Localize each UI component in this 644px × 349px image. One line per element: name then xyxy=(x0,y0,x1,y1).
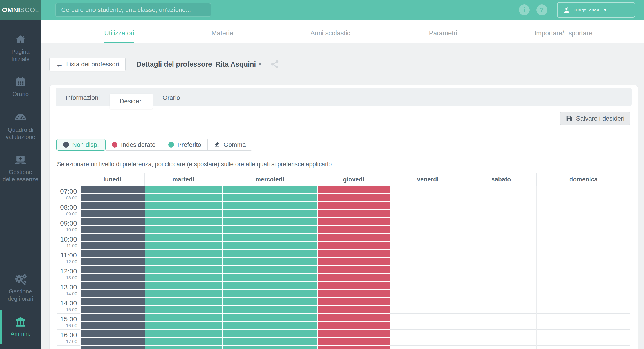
slot-cell[interactable] xyxy=(145,298,222,314)
slot-cell[interactable] xyxy=(390,250,466,266)
slot-cell[interactable] xyxy=(318,218,390,234)
tab-utilizzatori[interactable]: Utilizzatori xyxy=(104,20,134,43)
slot-cell[interactable] xyxy=(466,250,537,266)
slot-cell[interactable] xyxy=(318,346,390,349)
slot-cell[interactable] xyxy=(145,186,222,202)
slot-cell[interactable] xyxy=(390,218,466,234)
slot-cell[interactable] xyxy=(222,282,318,298)
slot-cell[interactable] xyxy=(537,298,630,314)
sidebar-item-pagina-iniziale[interactable]: Pagina Iniziale xyxy=(0,34,41,63)
slot-cell[interactable] xyxy=(537,234,630,250)
slot-cell[interactable] xyxy=(318,314,390,330)
slot-cell[interactable] xyxy=(318,234,390,250)
slot-cell[interactable] xyxy=(466,298,537,314)
slot-cell[interactable] xyxy=(466,234,537,250)
slot-cell[interactable] xyxy=(390,282,466,298)
slot-cell[interactable] xyxy=(390,186,466,202)
slot-cell[interactable] xyxy=(390,298,466,314)
slot-cell[interactable] xyxy=(537,218,630,234)
slot-cell[interactable] xyxy=(222,218,318,234)
slot-cell[interactable] xyxy=(390,314,466,330)
slot-cell[interactable] xyxy=(145,282,222,298)
slot-cell[interactable] xyxy=(390,346,466,349)
tab-importare-esportare[interactable]: Importare/Esportare xyxy=(534,20,592,43)
slot-cell[interactable] xyxy=(318,250,390,266)
slot-cell[interactable] xyxy=(80,186,145,202)
sidebar-item-ammin[interactable]: Ammin. xyxy=(0,310,41,344)
slot-cell[interactable] xyxy=(145,250,222,266)
info-icon[interactable]: i xyxy=(519,4,530,15)
slot-cell[interactable] xyxy=(80,250,145,266)
slot-cell[interactable] xyxy=(537,314,630,330)
user-menu-button[interactable]: Giuseppe Garibaldi ▾ xyxy=(557,2,635,17)
sidebar-item-gestione-delle-assenze[interactable]: Gestione delle assenze xyxy=(0,154,41,183)
slot-cell[interactable] xyxy=(466,202,537,218)
slot-cell[interactable] xyxy=(80,330,145,346)
sidebar-item-quadro-di-valutazione[interactable]: Quadro di valutazione xyxy=(0,112,41,141)
slot-cell[interactable] xyxy=(466,186,537,202)
slot-cell[interactable] xyxy=(80,218,145,234)
slot-cell[interactable] xyxy=(318,186,390,202)
slot-cell[interactable] xyxy=(222,330,318,346)
slot-cell[interactable] xyxy=(466,314,537,330)
tool-gomma-button[interactable]: Gomma xyxy=(208,139,252,151)
slot-cell[interactable] xyxy=(222,250,318,266)
slot-cell[interactable] xyxy=(466,266,537,282)
tab-desideri[interactable]: Desideri xyxy=(110,93,153,109)
tab-orario[interactable]: Orario xyxy=(152,88,190,106)
slot-cell[interactable] xyxy=(80,346,145,349)
slot-cell[interactable] xyxy=(537,282,630,298)
slot-cell[interactable] xyxy=(318,282,390,298)
slot-cell[interactable] xyxy=(80,314,145,330)
slot-cell[interactable] xyxy=(537,266,630,282)
save-wishes-button[interactable]: Salvare i desideri xyxy=(560,112,630,125)
slot-cell[interactable] xyxy=(80,234,145,250)
slot-cell[interactable] xyxy=(222,234,318,250)
slot-cell[interactable] xyxy=(466,282,537,298)
sidebar-item-orario[interactable]: Orario xyxy=(0,76,41,98)
back-to-professors-button[interactable]: ← Lista dei professori xyxy=(49,57,126,71)
slot-cell[interactable] xyxy=(466,346,537,349)
tool-indesiderato-button[interactable]: Indesiderato xyxy=(106,139,162,151)
sidebar-item-gestione-degli-orari[interactable]: Gestione degli orari xyxy=(0,274,41,303)
search-input[interactable] xyxy=(55,3,211,17)
slot-cell[interactable] xyxy=(222,314,318,330)
slot-cell[interactable] xyxy=(222,202,318,218)
slot-cell[interactable] xyxy=(318,202,390,218)
slot-cell[interactable] xyxy=(466,330,537,346)
slot-cell[interactable] xyxy=(145,266,222,282)
slot-cell[interactable] xyxy=(222,346,318,349)
slot-cell[interactable] xyxy=(80,266,145,282)
slot-cell[interactable] xyxy=(390,202,466,218)
slot-cell[interactable] xyxy=(318,298,390,314)
slot-cell[interactable] xyxy=(145,346,222,349)
tab-anni-scolastici[interactable]: Anni scolastici xyxy=(310,20,352,43)
slot-cell[interactable] xyxy=(80,202,145,218)
help-icon[interactable]: ? xyxy=(536,4,547,15)
slot-cell[interactable] xyxy=(390,266,466,282)
slot-cell[interactable] xyxy=(537,202,630,218)
slot-cell[interactable] xyxy=(318,266,390,282)
slot-cell[interactable] xyxy=(80,298,145,314)
slot-cell[interactable] xyxy=(537,186,630,202)
slot-cell[interactable] xyxy=(537,250,630,266)
slot-cell[interactable] xyxy=(222,266,318,282)
slot-cell[interactable] xyxy=(80,282,145,298)
slot-cell[interactable] xyxy=(390,234,466,250)
slot-cell[interactable] xyxy=(145,330,222,346)
slot-cell[interactable] xyxy=(466,218,537,234)
slot-cell[interactable] xyxy=(390,330,466,346)
slot-cell[interactable] xyxy=(145,314,222,330)
slot-cell[interactable] xyxy=(537,346,630,349)
tab-informazioni[interactable]: Informazioni xyxy=(56,88,110,106)
slot-cell[interactable] xyxy=(145,218,222,234)
slot-cell[interactable] xyxy=(318,330,390,346)
slot-cell[interactable] xyxy=(145,202,222,218)
share-icon[interactable] xyxy=(270,59,280,69)
professor-name[interactable]: Rita Asquini xyxy=(216,60,256,68)
tab-materie[interactable]: Materie xyxy=(212,20,233,43)
tool-preferito-button[interactable]: Preferito xyxy=(162,139,208,151)
slot-cell[interactable] xyxy=(222,298,318,314)
tab-parametri[interactable]: Parametri xyxy=(429,20,457,43)
slot-cell[interactable] xyxy=(145,234,222,250)
